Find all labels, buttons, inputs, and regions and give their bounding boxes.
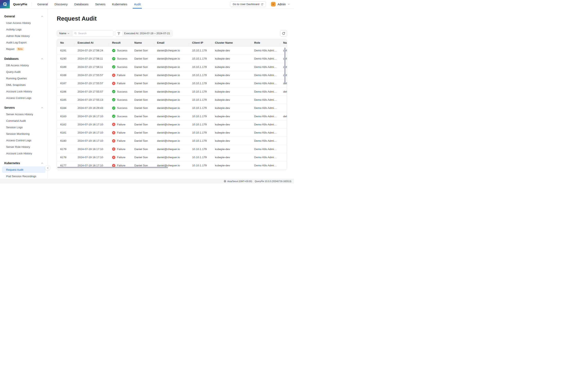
cell-cluster: kubepie-dev	[212, 123, 251, 126]
search-field-label: Name	[59, 32, 66, 35]
sidebar-item-running-queries[interactable]: Running Queries	[0, 75, 47, 82]
cell-cluster: kubepie-dev	[212, 74, 251, 77]
result-label: Failure	[117, 156, 125, 159]
column-header-namespace: Namespace	[280, 41, 287, 44]
result-label: Success	[117, 98, 127, 101]
sidebar-collapse-button[interactable]	[45, 165, 51, 171]
chevron-up-icon	[41, 58, 43, 60]
table-row[interactable]: 61822024-07-19 16:17:10FailureDaniel Son…	[57, 120, 287, 129]
sidebar-item-admin-role-history[interactable]: Admin Role History	[0, 33, 47, 39]
cell-result: Failure	[109, 82, 131, 85]
sidebar-item-request-audit[interactable]: Request Audit	[2, 166, 45, 173]
nav-item-servers[interactable]: Servers	[95, 0, 105, 8]
search-field-select[interactable]: Name	[57, 31, 72, 36]
table-row[interactable]: 61812024-07-19 16:17:10FailureDaniel Son…	[57, 129, 287, 137]
sidebar-item-user-access-history[interactable]: User Access History	[0, 20, 47, 26]
sidebar-item-query-audit[interactable]: Query Audit	[0, 68, 47, 75]
column-header-role: Role	[251, 41, 280, 44]
cell-no: 6182	[57, 123, 74, 126]
cell-executed-at: 2024-07-19 17:55:57	[74, 82, 109, 85]
sidebar-item-report[interactable]: ReportBeta	[0, 46, 47, 52]
cell-client-ip: 10.10.1.179	[189, 106, 212, 109]
sidebar-item-label: Session Monitoring	[6, 132, 30, 135]
querypie-q-icon	[2, 2, 8, 7]
table-row[interactable]: 61902024-07-19 17:56:11SuccessDaniel Son…	[57, 55, 287, 63]
nav-item-general[interactable]: General	[37, 0, 48, 8]
footer: Asia/Seoul (GMT+09:00) QueryPie 10.0.0 (…	[0, 179, 294, 184]
sidebar-item-command-audit[interactable]: Command Audit	[0, 117, 47, 124]
nav-item-audit[interactable]: Audit	[134, 0, 141, 8]
sidebar-item-session-monitoring[interactable]: Session Monitoring	[0, 131, 47, 137]
table-row[interactable]: 61832024-07-19 16:17:10SuccessDaniel Son…	[57, 112, 287, 120]
sidebar-section-header-kubernetes[interactable]: Kubernetes	[0, 160, 47, 166]
chevron-up-icon	[41, 107, 43, 109]
external-link-icon	[261, 3, 263, 6]
column-header-executed-at: Executed At	[74, 41, 109, 44]
sidebar-section-servers: ServersServer Access HistoryCommand Audi…	[0, 104, 47, 157]
table-row[interactable]: 61912024-07-19 17:56:24SuccessDaniel Son…	[57, 47, 287, 55]
nav-item-kubernetes[interactable]: Kubernetes	[112, 0, 127, 8]
cell-client-ip: 10.10.1.179	[189, 148, 212, 151]
result-label: Failure	[117, 139, 125, 142]
sidebar-item-db-access-history[interactable]: DB Access History	[0, 62, 47, 68]
cell-role: Demo K8s Admi…	[251, 131, 280, 134]
refresh-button[interactable]	[280, 30, 287, 36]
nav-item-databases[interactable]: Databases	[74, 0, 88, 8]
cell-no: 6180	[57, 139, 74, 142]
table-row[interactable]: 61792024-07-19 16:17:10FailureDaniel Son…	[57, 145, 287, 153]
table-row[interactable]: 61772024-07-19 16:17:10FailureDaniel Son…	[57, 161, 287, 170]
sidebar-item-pod-session-recordings[interactable]: Pod Session Recordings	[0, 173, 47, 179]
check-circle-icon	[112, 49, 115, 52]
sidebar-item-access-control-logs[interactable]: Access Control Logs	[0, 95, 47, 101]
cell-cluster: kubepie-dev	[212, 115, 251, 118]
table-row[interactable]: 61842024-07-19 16:29:43SuccessDaniel Son…	[57, 104, 287, 112]
table-row[interactable]: 61852024-07-19 17:55:13SuccessDaniel Son…	[57, 96, 287, 104]
horizontal-scrollbar[interactable]	[57, 167, 168, 168]
filter-row: Name Executed At: 2024-07-19	[57, 30, 287, 36]
table-row[interactable]: 61802024-07-19 16:17:10FailureDaniel Son…	[57, 137, 287, 145]
sidebar-item-server-role-history[interactable]: Server Role History	[0, 143, 47, 150]
table-row[interactable]: 61782024-07-19 16:17:10FailureDaniel Son…	[57, 153, 287, 161]
sidebar-item-audit-log-export[interactable]: Audit Log Export	[0, 39, 47, 46]
search-input[interactable]	[78, 32, 111, 35]
sidebar-item-label: Access Control Logs	[6, 139, 31, 142]
sidebar-item-account-lock-history[interactable]: Account Lock History	[0, 150, 47, 157]
cell-no: 6187	[57, 82, 74, 85]
cell-result: Failure	[109, 74, 131, 77]
cell-no: 6191	[57, 49, 74, 52]
nav-item-discovery[interactable]: Discovery	[54, 0, 68, 8]
sidebar-item-server-access-history[interactable]: Server Access History	[0, 111, 47, 117]
sidebar-item-activity-logs[interactable]: Activity Logs	[0, 26, 47, 33]
cell-email: daniel@chequer.io	[154, 139, 189, 142]
cell-email: daniel@chequer.io	[154, 106, 189, 109]
cell-cluster: kubepie-dev	[212, 156, 251, 159]
querypie-logo[interactable]	[0, 0, 10, 8]
go-to-user-dashboard-button[interactable]: Go to User Dashboard	[230, 1, 266, 7]
sidebar-item-label: Server Access History	[6, 113, 33, 116]
table-row[interactable]: 61882024-07-19 17:55:57FailureDaniel Son…	[57, 71, 287, 79]
cell-client-ip: 10.10.1.179	[189, 98, 212, 101]
cell-result: Success	[109, 98, 131, 101]
sidebar-section-databases: DatabasesDB Access HistoryQuery AuditRun…	[0, 55, 47, 101]
sidebar-section-header-general[interactable]: General	[0, 13, 47, 20]
vertical-scrollbar[interactable]	[284, 48, 286, 83]
cell-name: Daniel Son	[131, 90, 154, 93]
date-filter-button[interactable]: Executed At: 2024-07-19 ~ 2024-07-21	[115, 30, 173, 36]
result-label: Failure	[117, 74, 125, 77]
cell-cluster: kubepie-dev	[212, 139, 251, 142]
sidebar-item-label: Server Role History	[6, 145, 30, 149]
sidebar-item-dml-snapshots[interactable]: DML Snapshots	[0, 82, 47, 88]
cell-email: daniel@chequer.io	[154, 90, 189, 93]
table-row[interactable]: 61862024-07-19 17:55:57SuccessDaniel Son…	[57, 87, 287, 96]
table-row[interactable]: 61872024-07-19 17:55:57FailureDaniel Son…	[57, 79, 287, 87]
cell-no: 6188	[57, 74, 74, 77]
sidebar-item-account-lock-history[interactable]: Account Lock History	[0, 88, 47, 95]
user-menu[interactable]: Admin	[271, 2, 290, 7]
cell-cluster: kubepie-dev	[212, 90, 251, 93]
table-row[interactable]: 61892024-07-19 17:56:11SuccessDaniel Son…	[57, 63, 287, 71]
sidebar-section-header-servers[interactable]: Servers	[0, 104, 47, 111]
sidebar-item-access-control-logs[interactable]: Access Control Logs	[0, 137, 47, 143]
sidebar-item-session-logs[interactable]: Session Logs	[0, 124, 47, 131]
sidebar-section-header-databases[interactable]: Databases	[0, 55, 47, 62]
cell-email: daniel@chequer.io	[154, 82, 189, 85]
